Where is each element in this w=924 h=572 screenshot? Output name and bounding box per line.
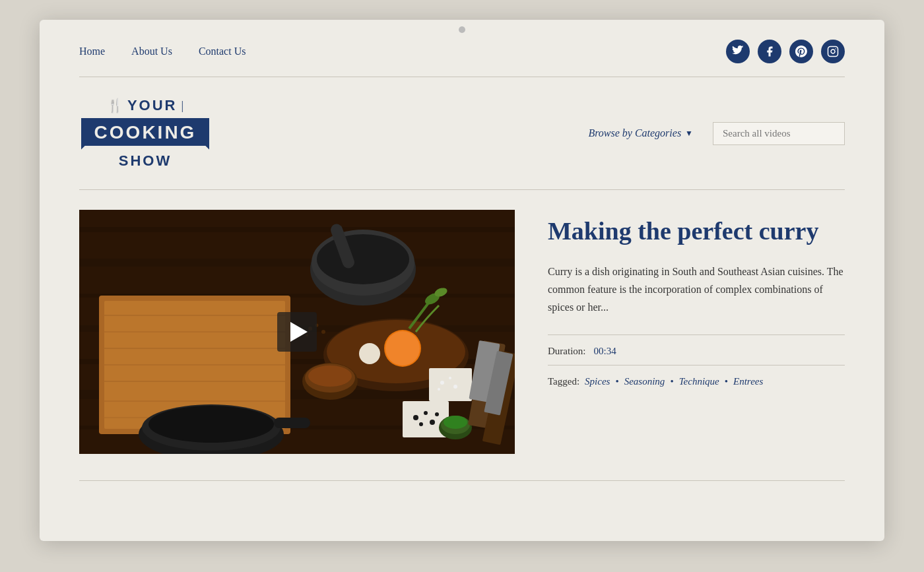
svg-point-60: [321, 330, 325, 334]
svg-point-44: [453, 385, 457, 389]
tags-row: Tagged: Spices • Seasoning • Technique •…: [548, 376, 845, 387]
facebook-link[interactable]: [758, 40, 781, 63]
pinterest-link[interactable]: [789, 40, 813, 63]
spices-tag[interactable]: Spices: [585, 376, 610, 387]
video-thumbnail[interactable]: [79, 210, 515, 454]
browse-categories-button[interactable]: Browse by Categories ▼: [588, 127, 693, 139]
article-title: Making the perfect curry: [548, 216, 845, 247]
svg-point-48: [444, 416, 467, 429]
social-icons: [726, 40, 845, 63]
search-input[interactable]: [713, 122, 845, 145]
article-meta-divider: [548, 334, 845, 335]
pinterest-icon: [795, 46, 807, 57]
svg-point-43: [449, 377, 451, 379]
page-wrapper: Home About Us Contact Us: [0, 0, 924, 572]
page-content: Home About Us Contact Us: [40, 20, 884, 481]
bottom-divider: [79, 480, 845, 481]
fork-icon: 🍴: [107, 98, 123, 113]
instagram-link[interactable]: [821, 40, 845, 63]
knife-icon: |: [181, 99, 183, 113]
tag-separator-3: •: [725, 376, 728, 387]
svg-point-38: [430, 420, 435, 425]
play-button[interactable]: [277, 312, 317, 352]
tag-separator-1: •: [615, 376, 618, 387]
svg-point-55: [148, 406, 274, 443]
chevron-down-icon: ▼: [685, 129, 693, 139]
instagram-icon: [827, 46, 839, 57]
entrees-tag[interactable]: Entrees: [733, 376, 763, 387]
facebook-icon: [764, 46, 776, 57]
article-description: Curry is a dish originating in South and…: [548, 263, 845, 317]
nav-links: Home About Us Contact Us: [79, 46, 246, 57]
svg-rect-0: [828, 47, 838, 57]
tagged-label: Tagged:: [548, 376, 579, 387]
logo-cooking-text: COOKING: [81, 118, 210, 146]
svg-point-37: [424, 411, 428, 415]
svg-point-36: [413, 415, 418, 420]
nav-about[interactable]: About Us: [131, 46, 172, 57]
seasoning-tag[interactable]: Seasoning: [624, 376, 665, 387]
nav-contact[interactable]: Contact Us: [199, 46, 246, 57]
svg-point-39: [419, 422, 423, 426]
tags-divider: [548, 365, 845, 365]
twitter-link[interactable]: [726, 40, 750, 63]
logo-your-text: YOUR: [127, 97, 178, 114]
svg-point-40: [435, 412, 439, 416]
tag-separator-2: •: [670, 376, 673, 387]
svg-rect-56: [274, 418, 310, 428]
main-content: Making the perfect curry Curry is a dish…: [79, 190, 845, 480]
twitter-icon: [732, 46, 744, 57]
svg-point-45: [438, 388, 440, 391]
svg-point-34: [308, 365, 352, 387]
svg-point-28: [385, 331, 420, 365]
svg-point-29: [359, 343, 380, 364]
svg-point-23: [317, 234, 409, 284]
search-controls: Browse by Categories ▼: [588, 122, 845, 145]
duration-value: 00:34: [594, 346, 616, 357]
technique-tag[interactable]: Technique: [679, 376, 719, 387]
svg-rect-41: [429, 368, 472, 401]
logo-search-row: 🍴 YOUR | COOKING SHOW Browse by Categori…: [79, 77, 845, 189]
logo-top-row: 🍴 YOUR |: [107, 97, 183, 114]
play-icon: [290, 322, 308, 342]
site-logo[interactable]: 🍴 YOUR | COOKING SHOW: [79, 97, 211, 170]
duration-label: Duration:: [548, 346, 586, 357]
nav-home[interactable]: Home: [79, 46, 105, 57]
article-info: Making the perfect curry Curry is a dish…: [548, 210, 845, 387]
duration-row: Duration: 00:34: [548, 346, 845, 357]
svg-point-42: [440, 381, 444, 385]
browser-dot: [459, 26, 465, 33]
browse-label: Browse by Categories: [588, 127, 681, 139]
browser-card: Home About Us Contact Us: [40, 20, 884, 541]
logo-show-text: SHOW: [119, 152, 172, 170]
